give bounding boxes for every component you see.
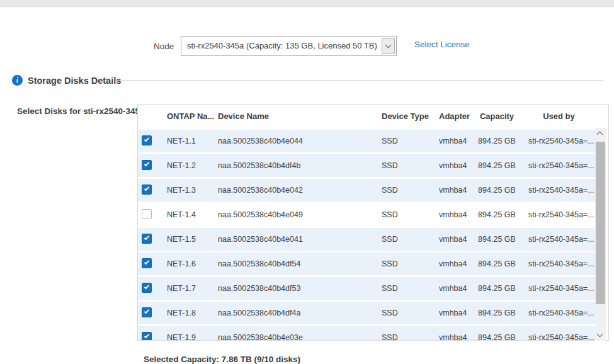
adapter-cell: vmhba4 <box>431 235 472 244</box>
disk-checkbox[interactable] <box>142 160 152 170</box>
used-by-cell: sti-rx2540-345a=... <box>522 235 596 244</box>
capacity-cell: 894.25 GB <box>472 235 522 244</box>
checkbox-cell <box>138 283 163 295</box>
table-row[interactable]: NET-1.7 naa.5002538c40b4df53 SSD vmhba4 … <box>138 277 596 300</box>
adapter-cell: vmhba4 <box>431 259 472 268</box>
disk-checkbox[interactable] <box>142 185 152 195</box>
selected-capacity-summary: Selected Capacity: 7.86 TB (9/10 disks) <box>144 355 300 364</box>
capacity-cell: 894.25 GB <box>472 333 522 340</box>
device-type-cell: SSD <box>371 259 431 268</box>
table-row[interactable]: NET-1.1 naa.5002538c40b4e044 SSD vmhba4 … <box>138 130 596 152</box>
device-type-cell: SSD <box>371 161 431 170</box>
scroll-up-button[interactable] <box>595 128 606 139</box>
disk-checkbox[interactable] <box>142 283 152 293</box>
device-name-cell: naa.5002538c40b4e041 <box>215 235 371 244</box>
used-by-cell: sti-rx2540-345a=... <box>522 186 596 195</box>
device-name-cell: naa.5002538c40b4df4a <box>215 309 371 317</box>
device-name-cell: naa.5002538c40b4e044 <box>215 137 371 145</box>
capacity-cell: 894.25 GB <box>472 186 522 195</box>
scrollbar-thumb[interactable] <box>596 142 605 304</box>
device-name-cell: naa.5002538c40b4e03e <box>215 333 371 340</box>
ontap-name-cell: NET-1.2 <box>163 161 215 170</box>
used-by-cell: sti-rx2540-345a=... <box>522 210 596 219</box>
table-row[interactable]: NET-1.3 naa.5002538c40b4e042 SSD vmhba4 … <box>138 179 596 202</box>
disk-checkbox[interactable] <box>142 234 152 244</box>
check-icon <box>144 161 149 166</box>
ontap-name-cell: NET-1.9 <box>163 333 215 340</box>
header-used-by[interactable]: Used by <box>522 111 596 121</box>
header-capacity[interactable]: Capacity <box>472 111 522 121</box>
capacity-cell: 894.25 GB <box>472 284 522 293</box>
capacity-cell: 894.25 GB <box>472 309 522 317</box>
header-adapter[interactable]: Adapter <box>431 111 472 121</box>
capacity-cell: 894.25 GB <box>472 210 522 219</box>
ontap-name-cell: NET-1.8 <box>163 309 215 317</box>
ontap-name-cell: NET-1.4 <box>163 210 215 219</box>
chevron-down-icon <box>385 42 392 48</box>
device-type-cell: SSD <box>371 137 431 145</box>
used-by-cell: sti-rx2540-345a=... <box>522 137 596 145</box>
device-type-cell: SSD <box>371 186 431 195</box>
dropdown-arrow-button[interactable] <box>382 38 395 54</box>
table-row[interactable]: NET-1.4 naa.5002538c40b4e049 SSD vmhba4 … <box>138 203 596 226</box>
used-by-cell: sti-rx2540-345a=... <box>522 284 596 293</box>
adapter-cell: vmhba4 <box>431 333 472 340</box>
device-type-cell: SSD <box>371 284 431 293</box>
chevron-down-icon <box>597 331 603 338</box>
check-icon <box>144 259 149 264</box>
adapter-cell: vmhba4 <box>431 309 472 317</box>
check-icon <box>144 234 149 239</box>
disk-checkbox[interactable] <box>142 258 152 268</box>
table-row[interactable]: NET-1.8 naa.5002538c40b4df4a SSD vmhba4 … <box>138 302 596 324</box>
ontap-name-cell: NET-1.6 <box>163 259 215 268</box>
ontap-name-cell: NET-1.7 <box>163 284 215 293</box>
check-icon <box>144 136 149 141</box>
section-title: Storage Disks Details <box>28 76 121 86</box>
used-by-cell: sti-rx2540-345a=... <box>522 309 596 317</box>
capacity-cell: 894.25 GB <box>472 137 522 145</box>
table-header-row: ONTAP Na... Device Name Device Type Adap… <box>138 105 596 128</box>
disk-table: ONTAP Na... Device Name Device Type Adap… <box>137 104 609 341</box>
adapter-cell: vmhba4 <box>431 284 472 293</box>
check-icon <box>144 308 149 313</box>
disk-checkbox[interactable] <box>142 307 152 317</box>
scroll-down-button[interactable] <box>595 329 606 341</box>
disk-checkbox[interactable] <box>142 135 152 145</box>
device-type-cell: SSD <box>371 309 431 317</box>
ontap-name-cell: NET-1.5 <box>163 235 215 244</box>
table-row[interactable]: NET-1.5 naa.5002538c40b4e041 SSD vmhba4 … <box>138 228 596 251</box>
device-name-cell: naa.5002538c40b4e042 <box>215 186 371 195</box>
adapter-cell: vmhba4 <box>431 137 472 145</box>
adapter-cell: vmhba4 <box>431 210 472 219</box>
device-type-cell: SSD <box>371 333 431 340</box>
checkbox-cell <box>138 160 163 172</box>
table-row[interactable]: NET-1.9 naa.5002538c40b4e03e SSD vmhba4 … <box>138 326 596 340</box>
used-by-cell: sti-rx2540-345a=... <box>522 161 596 170</box>
checkbox-cell <box>138 234 163 246</box>
device-name-cell: naa.5002538c40b4df54 <box>215 259 371 268</box>
header-ontap-name[interactable]: ONTAP Na... <box>163 111 215 121</box>
chevron-up-icon <box>597 132 603 138</box>
adapter-cell: vmhba4 <box>431 161 472 170</box>
device-type-cell: SSD <box>371 235 431 244</box>
disk-checkbox[interactable] <box>142 332 152 341</box>
used-by-cell: sti-rx2540-345a=... <box>522 333 596 340</box>
device-type-cell: SSD <box>371 210 431 219</box>
header-device-name[interactable]: Device Name <box>215 111 371 121</box>
vertical-scrollbar[interactable] <box>595 128 606 341</box>
table-row[interactable]: NET-1.6 naa.5002538c40b4df54 SSD vmhba4 … <box>138 253 596 275</box>
node-select-value: sti-rx2540-345a (Capacity: 135 GB, Licen… <box>187 41 377 50</box>
check-icon <box>144 283 149 288</box>
device-name-cell: naa.5002538c40b4df4b <box>215 161 371 170</box>
checkbox-cell <box>138 258 163 270</box>
ontap-name-cell: NET-1.3 <box>163 186 215 195</box>
select-license-link[interactable]: Select License <box>414 40 470 49</box>
table-row[interactable]: NET-1.2 naa.5002538c40b4df4b SSD vmhba4 … <box>138 154 596 177</box>
node-select-dropdown[interactable]: sti-rx2540-345a (Capacity: 135 GB, Licen… <box>181 36 397 56</box>
header-device-type[interactable]: Device Type <box>371 111 431 121</box>
disk-checkbox[interactable] <box>142 209 152 219</box>
select-disks-label: Select Disks for sti-rx2540-345a <box>17 106 145 116</box>
checkbox-cell <box>138 307 163 319</box>
top-bar <box>0 0 614 7</box>
ontap-name-cell: NET-1.1 <box>163 137 215 145</box>
